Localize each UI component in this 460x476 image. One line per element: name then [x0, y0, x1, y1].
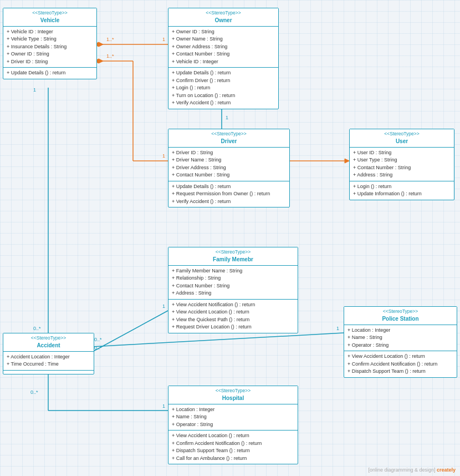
user-attr-3: + Contact Number : String — [353, 164, 451, 172]
family-attr-3: + Contact Number : String — [172, 282, 294, 290]
user-methods: + Login () : return + Update Information… — [350, 181, 454, 200]
owner-attrs: + Owner ID : String + Owner Name : Strin… — [168, 27, 278, 68]
driver-methods: + Update Details () : return + Request P… — [168, 181, 289, 207]
family-classname: Family Memebr — [172, 256, 294, 264]
svg-text:1: 1 — [162, 153, 165, 159]
driver-attr-3: + Driver Address : String — [172, 164, 286, 172]
police-class: <<StereoType>> Police Station + Location… — [344, 306, 457, 378]
driver-method-3: + Verify Accident () : return — [172, 198, 286, 206]
watermark: [online diagramming & design] creately — [368, 467, 456, 473]
police-header: <<StereoType>> Police Station — [344, 307, 457, 325]
police-attrs: + Location : Integer + Name : String + O… — [344, 325, 457, 352]
owner-header: <<StereoType>> Owner — [168, 8, 278, 27]
vehicle-attr-5: + Driver ID : String — [7, 58, 93, 66]
hospital-class: <<StereoType>> Hospital + Location : Int… — [168, 386, 298, 464]
accident-attrs: + Accident Location : Integer + Time Occ… — [3, 352, 94, 371]
accident-stereotype: <<StereoType>> — [7, 335, 90, 342]
hospital-method-3: + Dispatch Support Team () : return — [172, 447, 294, 455]
owner-attr-4: + Contact Number : String — [172, 50, 275, 58]
owner-methods: + Update Details () : return + Confirm D… — [168, 68, 278, 109]
user-header: <<StereoType>> User — [350, 129, 454, 148]
hospital-methods: + View Accident Location () : return + C… — [168, 431, 298, 464]
hospital-attr-2: + Name : String — [172, 413, 294, 421]
police-method-2: + Confirm Accident Notification () : ret… — [347, 361, 453, 368]
hospital-attrs: + Location : Integer + Name : String + O… — [168, 404, 298, 431]
police-attr-1: + Location : Integer — [347, 327, 453, 335]
user-method-2: + Update Information () : return — [353, 190, 451, 198]
family-attr-1: + Family Member Name : String — [172, 267, 294, 275]
vehicle-attr-3: + Insurance Details : String — [7, 43, 93, 51]
police-attr-2: + Name : String — [347, 334, 453, 342]
creately-brand: creately — [437, 467, 456, 473]
driver-method-2: + Request Permission from Owner () : ret… — [172, 190, 286, 198]
driver-attr-1: + Driver ID : String — [172, 149, 286, 157]
driver-stereotype: <<StereoType>> — [172, 131, 286, 138]
police-methods: + View Accident Location () : return + C… — [344, 351, 457, 377]
user-attr-2: + User Type : String — [353, 156, 451, 164]
driver-header: <<StereoType>> Driver — [168, 129, 289, 148]
police-classname: Police Station — [347, 315, 453, 323]
user-attrs: + User ID : String + User Type : String … — [350, 148, 454, 181]
police-method-1: + View Accident Location () : return — [347, 353, 453, 361]
svg-text:1: 1 — [162, 303, 165, 309]
vehicle-classname: Vehicle — [7, 17, 93, 24]
family-class: <<StereoType>> Family Memebr + Family Me… — [168, 247, 298, 333]
hospital-attr-1: + Location : Integer — [172, 406, 294, 414]
svg-line-24 — [91, 333, 344, 347]
accident-attr-1: + Accident Location : Integer — [7, 353, 90, 361]
user-stereotype: <<StereoType>> — [353, 131, 451, 138]
hospital-classname: Hospital — [172, 394, 294, 402]
accident-attr-2: + Time Occurred : Time — [7, 361, 90, 368]
user-attr-4: + Address : String — [353, 171, 451, 179]
svg-text:1..*: 1..* — [106, 37, 114, 42]
driver-attr-4: + Contact Number : String — [172, 171, 286, 179]
owner-attr-2: + Owner Name : String — [172, 36, 275, 43]
hospital-stereotype: <<StereoType>> — [172, 388, 294, 394]
driver-class: <<StereoType>> Driver + Driver ID : Stri… — [168, 129, 290, 207]
owner-method-3: + Login () : return — [172, 84, 275, 92]
svg-text:1: 1 — [162, 37, 165, 42]
svg-text:1..*: 1..* — [106, 53, 114, 59]
user-class: <<StereoType>> User + User ID : String +… — [349, 129, 454, 200]
svg-text:1: 1 — [33, 87, 36, 93]
vehicle-method-1: + Update Details () : return — [7, 69, 93, 77]
svg-text:1: 1 — [226, 115, 228, 120]
police-attr-3: + Operator : String — [347, 342, 453, 350]
accident-class: <<StereoType>> Accident + Accident Locat… — [3, 333, 94, 374]
vehicle-stereotype: <<StereoType>> — [7, 10, 93, 17]
svg-line-17 — [91, 311, 168, 352]
hospital-header: <<StereoType>> Hospital — [168, 386, 298, 404]
svg-text:0..*: 0..* — [30, 389, 38, 395]
vehicle-attr-2: + Vehicle Type : String — [7, 36, 93, 43]
family-method-4: + Request Driver Location () : return — [172, 323, 294, 331]
driver-attrs: + Driver ID : String + Driver Name : Str… — [168, 148, 289, 181]
police-stereotype: <<StereoType>> — [347, 308, 453, 315]
vehicle-header: <<StereoType>> Vehicle — [3, 8, 96, 27]
family-methods: + View Accident Notification () : return… — [168, 300, 298, 333]
svg-text:1: 1 — [162, 403, 165, 409]
user-classname: User — [353, 138, 451, 145]
owner-stereotype: <<StereoType>> — [172, 10, 275, 17]
vehicle-attr-4: + Owner ID : String — [7, 50, 93, 58]
driver-classname: Driver — [172, 138, 286, 145]
hospital-method-4: + Call for an Ambulance () : return — [172, 455, 294, 463]
svg-text:0..*: 0..* — [94, 345, 102, 351]
family-header: <<StereoType>> Family Memebr — [168, 247, 298, 266]
user-attr-1: + User ID : String — [353, 149, 451, 157]
family-method-3: + View the Quickest Path () : return — [172, 316, 294, 324]
police-method-3: + Dispatch Support Team () : return — [347, 368, 453, 376]
owner-class: <<StereoType>> Owner + Owner ID : String… — [168, 8, 279, 109]
hospital-attr-3: + Operator : String — [172, 421, 294, 429]
svg-text:0..*: 0..* — [33, 326, 41, 331]
user-method-1: + Login () : return — [353, 183, 451, 191]
owner-attr-1: + Owner ID : String — [172, 28, 275, 36]
accident-classname: Accident — [7, 342, 90, 350]
accident-methods — [3, 371, 94, 374]
vehicle-methods: + Update Details () : return — [3, 68, 96, 79]
driver-attr-2: + Driver Name : String — [172, 156, 286, 164]
vehicle-class: <<StereoType>> Vehicle + Vehicle ID : In… — [3, 8, 97, 79]
owner-method-5: + Verify Accident () : return — [172, 99, 275, 107]
owner-method-2: + Confirm Driver () : return — [172, 77, 275, 85]
hospital-method-1: + View Accident Location () : return — [172, 432, 294, 440]
family-stereotype: <<StereoType>> — [172, 249, 294, 256]
